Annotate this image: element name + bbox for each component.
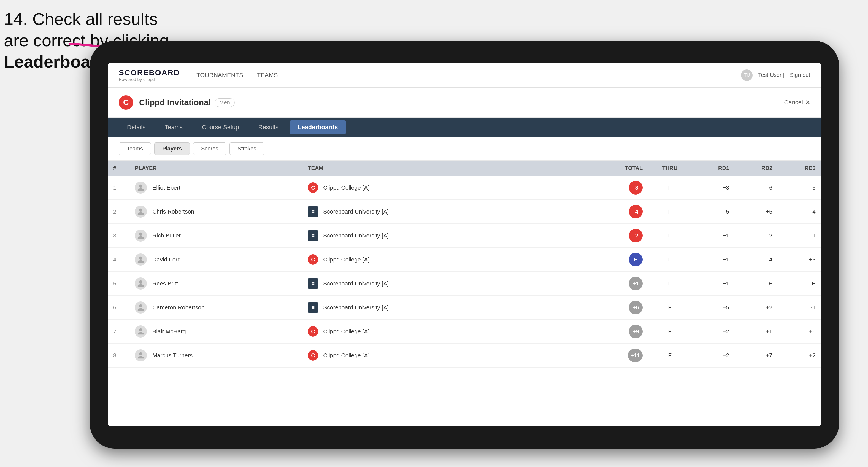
cell-team: ≡ Scoreboard University [A] (302, 200, 583, 224)
cell-rd2: -6 (735, 176, 778, 200)
cell-rd1: -5 (691, 200, 735, 224)
team-logo: ≡ (308, 302, 318, 313)
cell-rank: 4 (108, 248, 129, 272)
player-avatar (135, 349, 147, 362)
navbar: SCOREBOARD Powered by clippd TOURNAMENTS… (108, 63, 821, 88)
cell-player: Rich Butler (129, 224, 302, 248)
cell-rd1: +1 (691, 272, 735, 295)
cell-rd3: +2 (778, 344, 821, 368)
cell-rd1: +1 (691, 248, 735, 272)
cell-rd1: +5 (691, 295, 735, 320)
cell-team: C Clippd College [A] (302, 176, 583, 200)
cell-rd1: +1 (691, 224, 735, 248)
player-name: Cameron Robertson (152, 304, 205, 311)
tab-bar: Details Teams Course Setup Results Leade… (108, 118, 821, 137)
cell-rd2: +2 (735, 295, 778, 320)
cell-rank: 1 (108, 176, 129, 200)
cell-rank: 3 (108, 224, 129, 248)
table-row: 1 Elliot Ebert C Clippd College [A] -8 F… (108, 176, 821, 200)
table-header-row: # PLAYER TEAM TOTAL THRU RD1 RD2 RD3 (108, 161, 821, 176)
cancel-button[interactable]: Cancel ✕ (784, 99, 810, 106)
player-avatar (135, 302, 147, 314)
team-name: Clippd College [A] (323, 328, 369, 335)
cell-rd2: -4 (735, 248, 778, 272)
cell-rd3: -1 (778, 295, 821, 320)
player-name: David Ford (152, 256, 181, 262)
score-badge: -4 (629, 205, 643, 218)
player-name: Marcus Turners (152, 352, 192, 359)
cell-team: ≡ Scoreboard University [A] (302, 272, 583, 295)
tab-teams[interactable]: Teams (156, 120, 191, 134)
cell-total: +6 (584, 295, 648, 320)
player-avatar (135, 325, 147, 338)
nav-teams[interactable]: TEAMS (257, 69, 278, 81)
cell-rd1: +3 (691, 176, 735, 200)
cell-total: -4 (584, 200, 648, 224)
team-logo: ≡ (308, 206, 318, 217)
player-name: Elliot Ebert (152, 184, 180, 191)
cell-rd3: -1 (778, 224, 821, 248)
cell-total: -8 (584, 176, 648, 200)
score-badge: +6 (629, 301, 643, 314)
cell-rank: 7 (108, 320, 129, 344)
team-name: Scoreboard University [A] (323, 232, 389, 239)
cell-player: Marcus Turners (129, 344, 302, 368)
cell-team: C Clippd College [A] (302, 248, 583, 272)
cell-thru: F (648, 176, 691, 200)
col-rd2: RD2 (735, 161, 778, 176)
team-name: Clippd College [A] (323, 184, 369, 191)
tablet-frame: SCOREBOARD Powered by clippd TOURNAMENTS… (90, 41, 839, 448)
filter-teams[interactable]: Teams (119, 143, 151, 155)
table-row: 5 Rees Britt ≡ Scoreboard University [A]… (108, 272, 821, 295)
player-avatar (135, 182, 147, 194)
cell-thru: F (648, 344, 691, 368)
tab-details[interactable]: Details (119, 120, 154, 134)
table-row: 2 Chris Robertson ≡ Scoreboard Universit… (108, 200, 821, 224)
nav-links: TOURNAMENTS TEAMS (196, 69, 741, 81)
col-thru: THRU (648, 161, 691, 176)
cell-team: ≡ Scoreboard University [A] (302, 224, 583, 248)
player-avatar (135, 206, 147, 218)
col-rd1: RD1 (691, 161, 735, 176)
filter-strokes[interactable]: Strokes (229, 143, 264, 155)
team-logo: C (308, 182, 318, 193)
tab-leaderboards[interactable]: Leaderboards (289, 120, 346, 134)
cell-thru: F (648, 272, 691, 295)
filter-scores[interactable]: Scores (193, 143, 226, 155)
user-avatar: TU (741, 69, 752, 81)
nav-right: TU Test User | Sign out (741, 69, 810, 81)
cell-thru: F (648, 224, 691, 248)
cell-total: +11 (584, 344, 648, 368)
score-badge: +9 (629, 324, 643, 338)
sign-out-link[interactable]: Sign out (790, 72, 810, 78)
cell-team: ≡ Scoreboard University [A] (302, 295, 583, 320)
player-name: Chris Robertson (152, 208, 194, 215)
score-badge: -8 (629, 181, 643, 194)
nav-tournaments[interactable]: TOURNAMENTS (196, 69, 243, 81)
player-avatar (135, 253, 147, 266)
cell-total: -2 (584, 224, 648, 248)
cell-player: Blair McHarg (129, 320, 302, 344)
cell-rd1: +2 (691, 320, 735, 344)
team-name: Scoreboard University [A] (323, 304, 389, 311)
team-name: Clippd College [A] (323, 352, 369, 359)
cell-rd2: +5 (735, 200, 778, 224)
table-body: 1 Elliot Ebert C Clippd College [A] -8 F… (108, 176, 821, 368)
team-logo: C (308, 254, 318, 265)
tab-results[interactable]: Results (250, 120, 287, 134)
table-row: 3 Rich Butler ≡ Scoreboard University [A… (108, 224, 821, 248)
logo-sub: Powered by clippd (119, 77, 180, 82)
tournament-badge: Men (215, 98, 235, 107)
tab-course-setup[interactable]: Course Setup (194, 120, 247, 134)
tournament-title: Clippd Invitational (139, 98, 211, 107)
player-name: Rich Butler (152, 232, 181, 239)
col-rank: # (108, 161, 129, 176)
team-logo: ≡ (308, 278, 318, 289)
col-team: TEAM (302, 161, 583, 176)
logo-text: SCOREBOARD (119, 68, 180, 77)
cell-thru: F (648, 320, 691, 344)
tablet-screen: SCOREBOARD Powered by clippd TOURNAMENTS… (108, 63, 821, 427)
table-row: 8 Marcus Turners C Clippd College [A] +1… (108, 344, 821, 368)
filter-players[interactable]: Players (154, 143, 190, 155)
cell-rd2: E (735, 272, 778, 295)
